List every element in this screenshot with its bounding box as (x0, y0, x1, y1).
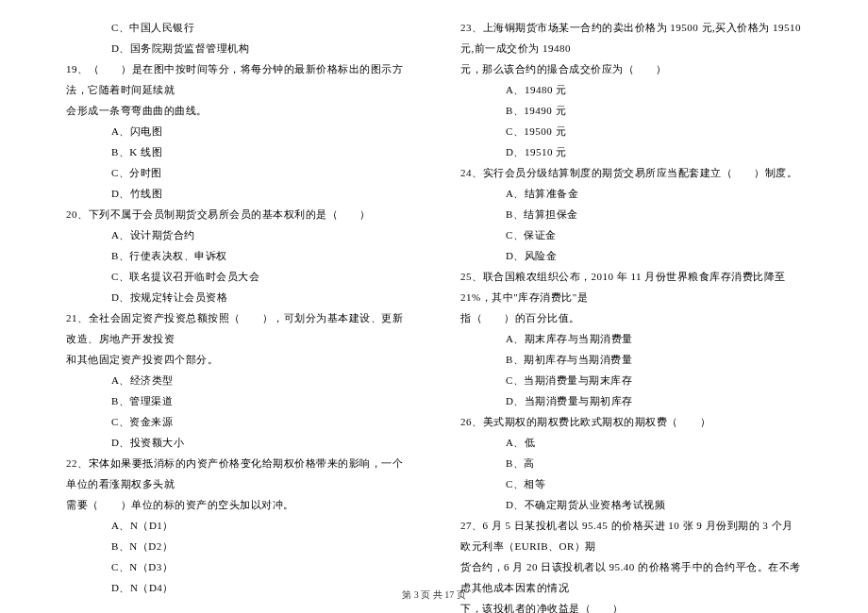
q26-option-d: D、不确定期货从业资格考试视频 (460, 494, 802, 515)
q26-option-a: A、低 (460, 432, 802, 453)
q23-option-a: A、19480 元 (460, 79, 802, 100)
q21-option-a: A、经济类型 (66, 370, 408, 390)
q22-line1: 22、宋体如果要抵消标的内资产价格变化给期权价格带来的影响，一个单位的看涨期权多… (66, 453, 408, 494)
q26-line1: 26、美式期权的期权费比欧式期权的期权费（ ） (460, 411, 802, 432)
q23-option-d: D、19510 元 (460, 141, 802, 162)
q25-line1: 25、联合国粮农组织公布，2010 年 11 月份世界粮食库存消费比降至 21%… (460, 266, 802, 307)
q23-line2: 元，那么该合约的撮合成交价应为（ ） (460, 58, 802, 79)
q25-line2: 指（ ）的百分比值。 (460, 307, 802, 328)
q21-option-d: D、投资额大小 (66, 432, 408, 453)
q22-line2: 需要（ ）单位的标的资产的空头加以对冲。 (66, 494, 408, 515)
page-container: C、中国人民银行 D、国务院期货监督管理机构 19、（ ）是在图中按时间等分，将… (0, 0, 868, 613)
q24-line1: 24、实行会员分级结算制度的期货交易所应当配套建立（ ）制度。 (460, 162, 802, 183)
q24-option-a: A、结算准备金 (460, 183, 802, 204)
q25-option-b: B、期初库存与当期消费量 (460, 349, 802, 370)
q26-option-c: C、相等 (460, 473, 802, 494)
q19-option-b: B、K 线图 (66, 141, 408, 162)
q25-option-d: D、当期消费量与期初库存 (460, 390, 802, 411)
q20-option-a: A、设计期货合约 (66, 224, 408, 245)
q24-option-c: C、保证金 (460, 224, 802, 245)
q21-line1: 21、全社会固定资产投资总额按照（ ），可划分为基本建设、更新改造、房地产开发投… (66, 307, 408, 349)
q22-option-a: A、N（D1） (66, 515, 408, 536)
q22-option-c: C、N（D3） (66, 556, 408, 577)
q19-option-a: A、闪电图 (66, 121, 408, 141)
q18-option-c: C、中国人民银行 (66, 17, 408, 38)
q21-option-c: C、资金来源 (66, 411, 408, 432)
q20-line1: 20、下列不属于会员制期货交易所会员的基本权利的是（ ） (66, 204, 408, 224)
q22-option-b: B、N（D2） (66, 536, 408, 556)
left-column: C、中国人民银行 D、国务院期货监督管理机构 19、（ ）是在图中按时间等分，将… (57, 17, 434, 613)
page-footer: 第 3 页 共 17 页 (0, 588, 868, 602)
q25-option-a: A、期末库存与当期消费量 (460, 328, 802, 349)
q23-option-b: B、19490 元 (460, 100, 802, 121)
q20-option-d: D、按规定转让会员资格 (66, 287, 408, 307)
q19-option-d: D、竹线图 (66, 183, 408, 204)
q26-option-b: B、高 (460, 453, 802, 473)
q27-line1: 27、6 月 5 日某投机者以 95.45 的价格买进 10 张 9 月份到期的… (460, 515, 802, 556)
q20-option-b: B、行使表决权、申诉权 (66, 245, 408, 266)
q19-option-c: C、分时图 (66, 162, 408, 183)
q23-line1: 23、上海铜期货市场某一合约的卖出价格为 19500 元,买入价格为 19510… (460, 17, 802, 58)
q19-line1: 19、（ ）是在图中按时间等分，将每分钟的最新价格标出的图示方法，它随着时间延续… (66, 58, 408, 100)
q23-option-c: C、19500 元 (460, 121, 802, 141)
q21-line2: 和其他固定资产投资四个部分。 (66, 349, 408, 370)
q21-option-b: B、管理渠道 (66, 390, 408, 411)
q24-option-d: D、风险金 (460, 245, 802, 266)
q18-option-d: D、国务院期货监督管理机构 (66, 38, 408, 58)
q19-line2: 会形成一条弯弯曲曲的曲线。 (66, 100, 408, 121)
q24-option-b: B、结算担保金 (460, 204, 802, 224)
q20-option-c: C、联名提议召开临时会员大会 (66, 266, 408, 287)
right-column: 23、上海铜期货市场某一合约的卖出价格为 19500 元,买入价格为 19510… (434, 17, 811, 613)
q25-option-c: C、当期消费量与期末库存 (460, 370, 802, 390)
